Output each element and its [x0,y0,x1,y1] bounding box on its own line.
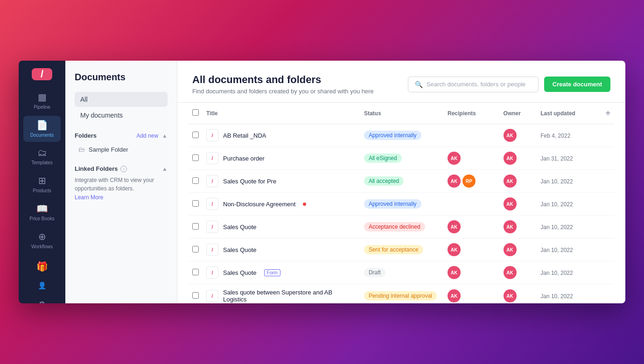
row-extra-cell [602,170,614,193]
row-status-cell: All eSigned [360,147,444,170]
main-content: All documents and folders Find documents… [177,61,625,303]
row-checkbox-cell [189,238,203,261]
doc-icon: / [206,198,218,210]
search-bar[interactable]: 🔍 Search documents, folders or people [408,77,539,92]
folder-item-sample[interactable]: 🗁 Sample Folder [75,143,168,156]
table-row[interactable]: /Sales QuoteFormDraftAKAKJan 10, 2022 [189,261,614,284]
th-status: Status [360,103,444,124]
sidebar-label-products: Products [33,188,51,194]
table-row[interactable]: /Purchase orderAll eSignedAKAKJan 31, 20… [189,147,614,170]
sidebar-item-settings[interactable]: ⚙ [23,295,61,303]
sidebar-item-workflows[interactable]: ⊕ Workflows [23,227,61,253]
row-recipients-cell: AK [444,238,500,261]
documents-table-container: Title Status Recipients Owner Last updat… [177,103,625,303]
row-checkbox[interactable] [192,132,199,138]
linked-folders-chevron-icon[interactable]: ▲ [162,166,168,172]
th-owner: Owner [500,103,537,124]
row-updated-cell: Feb 4, 2022 [537,124,602,147]
price-books-icon: 📖 [36,203,48,214]
row-checkbox-cell [189,193,203,216]
folder-label: Sample Folder [89,146,128,153]
owner-avatar: AK [504,129,517,142]
last-updated-date: Jan 10, 2022 [540,247,573,253]
row-status-cell: Approved internally [360,193,444,216]
app-logo[interactable]: / [32,68,52,80]
row-updated-cell: Jan 10, 2022 [537,238,602,261]
table-row[interactable]: /Sales QuoteAcceptance declinedAKAKJan 1… [189,216,614,238]
sidebar-item-pipeline[interactable]: ▦ Pipeline [23,88,61,114]
status-badge: All accepted [364,176,404,186]
pipeline-icon: ▦ [38,91,47,103]
row-checkbox-cell [189,124,203,147]
doc-icon: / [206,266,218,279]
sidebar-item-documents[interactable]: 📄 Documents [23,116,61,142]
owner-avatar: AK [504,220,517,233]
folders-title: Folders [75,132,97,139]
row-checkbox[interactable] [192,292,199,299]
page-title: All documents and folders [192,74,374,86]
row-title-cell: /Sales quote between Superstore and AB L… [203,284,360,304]
row-status-cell: Draft [360,261,444,284]
table-row[interactable]: /Sales quote between Superstore and AB L… [189,284,614,304]
doc-icon: / [206,175,218,187]
sidebar-label-documents: Documents [30,133,54,138]
recipient-avatar: AK [448,266,461,279]
table-row[interactable]: /Sales QuoteSent for acceptanceAKAKJan 1… [189,238,614,261]
row-updated-cell: Jan 10, 2022 [537,170,602,193]
doc-title: Sales Quote [223,246,257,253]
row-checkbox[interactable] [192,269,199,275]
select-all-checkbox[interactable] [192,109,199,116]
owner-avatar: AK [504,152,517,165]
products-icon: ⊞ [38,175,46,186]
row-extra-cell [602,284,614,304]
recipient-avatar: AK [448,289,461,302]
recipient-avatar: AK [448,175,461,188]
row-owner-cell: AK [500,238,537,261]
add-new-folder-button[interactable]: Add new [136,133,158,139]
documents-icon: 📄 [36,119,48,131]
th-add-column[interactable]: + [602,103,614,124]
doc-icon: / [206,244,218,256]
linked-folders-info-icon[interactable]: i [120,166,127,172]
table-row[interactable]: /AB Retail _NDAApproved internallyAKFeb … [189,124,614,147]
row-checkbox[interactable] [192,177,199,184]
th-checkbox [189,103,203,124]
templates-icon: 🗂 [37,147,47,158]
row-owner-cell: AK [500,261,537,284]
nav-all[interactable]: All [75,92,168,107]
row-title-cell: /Sales Quote for Pre [203,170,360,193]
row-owner-cell: AK [500,193,537,216]
folders-chevron-icon[interactable]: ▲ [162,133,168,139]
row-checkbox[interactable] [192,154,199,161]
sidebar-item-products[interactable]: ⊞ Products [23,171,61,197]
icon-sidebar: / ▦ Pipeline 📄 Documents 🗂 Templates ⊞ P… [19,61,65,303]
folder-icon: 🗁 [78,146,85,153]
row-checkbox[interactable] [192,246,199,252]
sidebar-label-pipeline: Pipeline [34,105,50,110]
create-document-button[interactable]: Create document [544,77,610,92]
sidebar-item-add-user[interactable]: 👤 [23,278,61,294]
workflows-icon: ⊕ [38,231,46,242]
nav-my-documents[interactable]: My documents [75,108,168,123]
row-recipients-cell: AK [444,147,500,170]
row-title-cell: /Sales QuoteForm [203,261,360,284]
row-status-cell: Sent for acceptance [360,238,444,261]
owner-avatar: AK [504,197,517,210]
row-updated-cell: Jan 10, 2022 [537,216,602,238]
sidebar-item-gifts[interactable]: 🎁 [23,257,61,276]
status-badge: Approved internally [364,199,421,209]
sidebar-item-templates[interactable]: 🗂 Templates [23,144,61,169]
owner-avatar: AK [504,243,517,256]
row-checkbox[interactable] [192,223,199,230]
row-checkbox[interactable] [192,200,199,207]
row-updated-cell: Jan 10, 2022 [537,261,602,284]
main-header: All documents and folders Find documents… [177,61,625,103]
sidebar-item-price-books[interactable]: 📖 Price Books [23,199,61,225]
last-updated-date: Jan 10, 2022 [540,224,573,231]
table-row[interactable]: /Non-Disclosure AgreementApproved intern… [189,193,614,216]
folders-section-header: Folders Add new ▲ [75,132,168,139]
learn-more-link[interactable]: Learn More [75,194,103,201]
table-row[interactable]: /Sales Quote for PreAll acceptedAKRPAKJa… [189,170,614,193]
unread-dot [303,203,306,206]
last-updated-date: Jan 10, 2022 [540,201,573,208]
